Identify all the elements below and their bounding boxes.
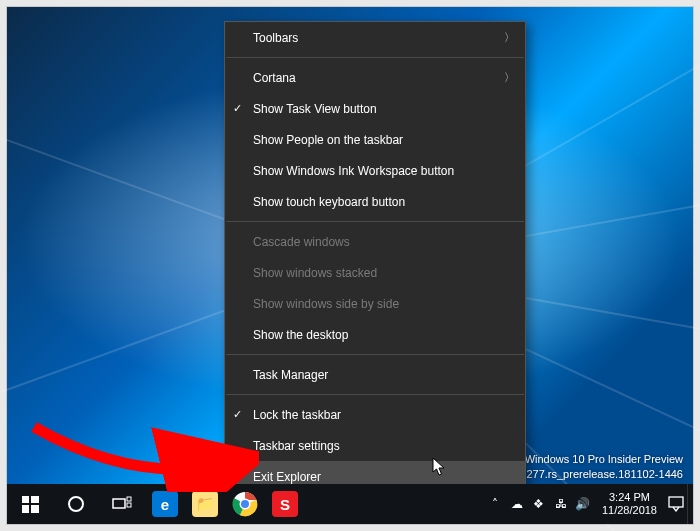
- menu-show-touch-keyboard[interactable]: Show touch keyboard button: [225, 186, 525, 217]
- task-view-icon: [112, 496, 132, 512]
- menu-show-stacked: Show windows stacked: [225, 257, 525, 288]
- tray-overflow-button[interactable]: ˄: [484, 484, 506, 524]
- tray-dropbox-icon[interactable]: ❖: [528, 484, 550, 524]
- menu-separator: [226, 394, 524, 395]
- windows-build-watermark: Windows 10 Pro Insider Preview d 18277.r…: [505, 452, 683, 482]
- tray-clock[interactable]: 3:24 PM 11/28/2018: [594, 491, 665, 517]
- folder-icon: 📁: [192, 491, 218, 517]
- tray-volume-icon[interactable]: 🔊: [572, 484, 594, 524]
- tray-action-center[interactable]: [665, 484, 687, 524]
- start-button[interactable]: [7, 484, 53, 524]
- svg-rect-2: [127, 497, 131, 501]
- menu-show-ink[interactable]: Show Windows Ink Workspace button: [225, 155, 525, 186]
- checkmark-icon: ✓: [233, 102, 242, 115]
- tray-network-icon[interactable]: 🖧: [550, 484, 572, 524]
- notification-icon: [668, 496, 684, 512]
- menu-label: Lock the taskbar: [253, 408, 341, 422]
- menu-separator: [226, 221, 524, 222]
- pinned-edge[interactable]: e: [145, 484, 185, 524]
- menu-label: Show People on the taskbar: [253, 133, 403, 147]
- show-desktop-button[interactable]: [687, 484, 693, 524]
- svg-rect-1: [113, 499, 125, 508]
- build-line-1: Windows 10 Pro Insider Preview: [505, 452, 683, 467]
- menu-label: Cascade windows: [253, 235, 350, 249]
- chrome-icon: [232, 491, 258, 517]
- menu-label: Show touch keyboard button: [253, 195, 405, 209]
- menu-show-task-view[interactable]: ✓ Show Task View button: [225, 93, 525, 124]
- task-view-button[interactable]: [99, 484, 145, 524]
- pinned-snagit[interactable]: S: [265, 484, 305, 524]
- menu-separator: [226, 57, 524, 58]
- menu-label: Cortana: [253, 71, 296, 85]
- menu-cortana[interactable]: Cortana 〉: [225, 62, 525, 93]
- svg-rect-7: [669, 497, 683, 507]
- menu-label: Show windows stacked: [253, 266, 377, 280]
- svg-rect-3: [127, 503, 131, 507]
- chevron-right-icon: 〉: [504, 30, 515, 45]
- menu-label: Show windows side by side: [253, 297, 399, 311]
- menu-label: Exit Explorer: [253, 470, 321, 484]
- menu-label: Toolbars: [253, 31, 298, 45]
- taskbar-context-menu: Toolbars 〉 Cortana 〉 ✓ Show Task View bu…: [224, 21, 526, 493]
- checkmark-icon: ✓: [233, 408, 242, 421]
- build-line-2: d 18277.rs_prerelease.181102-1446: [505, 467, 683, 482]
- menu-label: Taskbar settings: [253, 439, 340, 453]
- menu-label: Show the desktop: [253, 328, 348, 342]
- taskbar-left: e 📁 S: [7, 484, 305, 524]
- menu-separator: [226, 354, 524, 355]
- menu-cascade-windows: Cascade windows: [225, 226, 525, 257]
- clock-date: 11/28/2018: [602, 504, 657, 517]
- pinned-file-explorer[interactable]: 📁: [185, 484, 225, 524]
- cortana-button[interactable]: [53, 484, 99, 524]
- chevron-up-icon: ˄: [492, 497, 498, 511]
- snagit-icon: S: [272, 491, 298, 517]
- screenshot-frame: groovyPost.com Windows 10 Pro Insider Pr…: [6, 6, 694, 525]
- menu-label: Show Task View button: [253, 102, 377, 116]
- edge-icon: e: [152, 491, 178, 517]
- menu-side-by-side: Show windows side by side: [225, 288, 525, 319]
- chevron-right-icon: 〉: [504, 70, 515, 85]
- menu-show-people[interactable]: Show People on the taskbar: [225, 124, 525, 155]
- svg-point-6: [241, 500, 249, 508]
- pinned-chrome[interactable]: [225, 484, 265, 524]
- menu-lock-taskbar[interactable]: ✓ Lock the taskbar: [225, 399, 525, 430]
- windows-logo-icon: [22, 496, 39, 513]
- clock-time: 3:24 PM: [602, 491, 657, 504]
- cortana-circle-icon: [67, 495, 85, 513]
- taskbar: e 📁 S ˄ ☁ ❖ 🖧 🔊: [7, 484, 693, 524]
- svg-point-0: [69, 497, 83, 511]
- menu-label: Show Windows Ink Workspace button: [253, 164, 454, 178]
- menu-task-manager[interactable]: Task Manager: [225, 359, 525, 390]
- menu-label: Task Manager: [253, 368, 328, 382]
- tray-onedrive-icon[interactable]: ☁: [506, 484, 528, 524]
- menu-toolbars[interactable]: Toolbars 〉: [225, 22, 525, 53]
- menu-show-desktop[interactable]: Show the desktop: [225, 319, 525, 350]
- menu-taskbar-settings[interactable]: Taskbar settings: [225, 430, 525, 461]
- system-tray: ˄ ☁ ❖ 🖧 🔊 3:24 PM 11/28/2018: [484, 484, 693, 524]
